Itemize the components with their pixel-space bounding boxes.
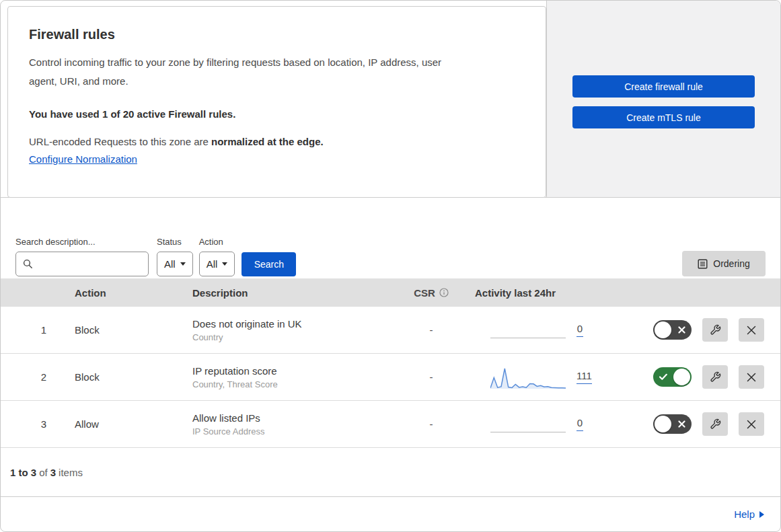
activity-sparkline: [490, 317, 566, 343]
activity-column-header: Activity last 24hr: [472, 287, 613, 299]
help-link[interactable]: Help: [734, 508, 764, 520]
search-box[interactable]: [15, 252, 149, 276]
rule-description: Does not originate in UK: [192, 318, 391, 330]
search-label: Search description...: [15, 237, 149, 247]
normalization-text-bold: normalized at the edge.: [211, 136, 324, 147]
csr-header-label: CSR: [414, 287, 435, 299]
status-select[interactable]: All: [157, 252, 193, 276]
page-title: Firewall rules: [29, 27, 519, 42]
ordering-button[interactable]: Ordering: [682, 251, 766, 276]
page-description: Control incoming traffic to your zone by…: [29, 53, 459, 91]
rule-action: Allow: [65, 418, 192, 430]
delete-rule-button[interactable]: [739, 365, 764, 389]
rule-description: IP reputation score: [192, 365, 391, 377]
action-label: Action: [199, 237, 235, 247]
wrench-icon: [710, 371, 721, 383]
pagination-total: 3: [50, 467, 56, 478]
chevron-down-icon: [222, 262, 227, 266]
rule-activity-cell: 0: [472, 317, 613, 343]
rule-controls: [613, 318, 780, 342]
delete-rule-button[interactable]: [739, 318, 764, 342]
rule-criteria: IP Source Address: [192, 426, 391, 436]
help-label: Help: [734, 508, 755, 520]
rule-csr-value: -: [391, 371, 472, 383]
create-mtls-rule-button[interactable]: Create mTLS rule: [572, 106, 755, 128]
filter-bar: Search description... Status All Action …: [1, 198, 780, 276]
activity-count-link[interactable]: 0: [577, 323, 583, 337]
rule-description: Allow listed IPs: [192, 412, 391, 424]
pagination-range: 1 to 3: [10, 467, 36, 478]
delete-rule-button[interactable]: [739, 412, 764, 436]
csr-column-header: CSR: [391, 287, 472, 299]
search-icon: [23, 259, 33, 269]
normalization-text: URL-encoded Requests to this zone are: [29, 136, 211, 147]
edit-rule-button[interactable]: [702, 412, 728, 436]
table-row: 2 Block IP reputation score Country, Thr…: [1, 354, 780, 401]
rule-description-cell: Does not originate in UK Country: [192, 318, 391, 342]
create-firewall-rule-button[interactable]: Create firewall rule: [572, 75, 755, 98]
help-bar: Help: [1, 497, 780, 531]
rule-enabled-toggle[interactable]: [653, 320, 692, 340]
intro-card: Firewall rules Control incoming traffic …: [7, 6, 546, 198]
x-icon: [745, 418, 757, 430]
firewall-rules-page: Firewall rules Control incoming traffic …: [0, 0, 781, 532]
chevron-down-icon: [180, 262, 186, 266]
status-label: Status: [157, 237, 193, 247]
rule-description-cell: Allow listed IPs IP Source Address: [192, 412, 391, 436]
action-value: All: [207, 258, 218, 270]
toggle-knob: [655, 416, 671, 432]
activity-sparkline: [490, 412, 566, 437]
edit-rule-button[interactable]: [702, 365, 728, 389]
x-icon: [678, 326, 685, 334]
header-section: Firewall rules Control incoming traffic …: [1, 1, 780, 198]
x-icon: [678, 420, 685, 428]
x-icon: [745, 324, 757, 336]
configure-normalization-link[interactable]: Configure Normalization: [29, 153, 137, 165]
rule-priority: 2: [1, 371, 65, 383]
x-icon: [745, 371, 757, 383]
action-select[interactable]: All: [199, 252, 235, 276]
wrench-icon: [710, 418, 721, 430]
rule-criteria: Country, Threat Score: [192, 379, 391, 389]
search-group: Search description...: [15, 237, 149, 276]
description-column-header: Description: [192, 287, 391, 299]
check-icon: [659, 373, 667, 381]
action-column-header: Action: [65, 287, 192, 299]
rule-priority: 1: [1, 324, 65, 336]
rule-csr-value: -: [391, 324, 472, 336]
status-value: All: [164, 258, 176, 270]
caret-right-icon: [759, 511, 764, 518]
info-icon[interactable]: [439, 288, 449, 297]
rule-activity-cell: 111: [472, 365, 613, 390]
rule-enabled-toggle[interactable]: [653, 414, 692, 434]
search-button[interactable]: Search: [241, 252, 296, 276]
rule-criteria: Country: [192, 332, 391, 342]
activity-count-link[interactable]: 111: [577, 370, 592, 384]
rule-priority: 3: [1, 418, 65, 430]
activity-sparkline: [490, 365, 566, 390]
search-input[interactable]: [38, 258, 143, 270]
normalization-note: URL-encoded Requests to this zone are no…: [29, 136, 519, 147]
usage-summary: You have used 1 of 20 active Firewall ru…: [29, 108, 519, 120]
rule-activity-cell: 0: [472, 412, 613, 437]
table-header: Action Description CSR Activity last 24h…: [1, 278, 780, 307]
rule-controls: [613, 365, 780, 389]
rule-csr-value: -: [391, 418, 472, 430]
actions-panel: Create firewall rule Create mTLS rule: [546, 1, 780, 197]
rule-controls: [613, 412, 780, 436]
pagination-items: items: [59, 467, 83, 478]
toggle-knob: [673, 369, 690, 385]
wrench-icon: [710, 324, 721, 336]
rule-action: Block: [65, 324, 192, 336]
activity-count-link[interactable]: 0: [577, 417, 583, 431]
table-row: 3 Allow Allow listed IPs IP Source Addre…: [1, 401, 780, 448]
rule-action: Block: [65, 371, 192, 383]
ordering-label: Ordering: [713, 258, 749, 269]
pagination-summary: 1 to 3 of 3 items: [1, 448, 780, 497]
status-filter-group: Status All: [157, 237, 193, 276]
list-document-icon: [698, 259, 708, 269]
action-filter-group: Action All: [199, 237, 235, 276]
rule-enabled-toggle[interactable]: [653, 367, 692, 387]
edit-rule-button[interactable]: [702, 318, 728, 342]
pagination-of: of: [39, 467, 48, 478]
